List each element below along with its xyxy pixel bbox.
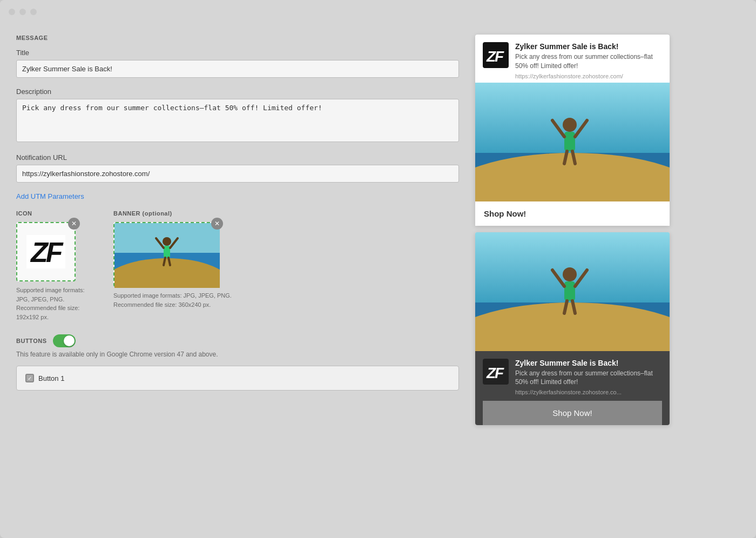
preview-banner-top [475, 83, 670, 201]
url-field-group: Notification URL [16, 153, 459, 183]
preview-url-top: https://zylkerfashionstore.zohostore.com… [515, 73, 662, 79]
preview-title-top: Zylker Summer Sale is Back! [515, 42, 662, 51]
description-field-group: Description Pick any dress from our summ… [16, 88, 459, 144]
preview-desc-top: Pick any dress from our summer collectio… [515, 52, 662, 71]
url-input[interactable] [16, 165, 459, 183]
banner-section-label: BANNER (optional) [113, 210, 238, 217]
buttons-feature-note: This feature is available only in Google… [16, 351, 459, 358]
svg-point-24 [563, 267, 577, 281]
svg-point-5 [163, 237, 171, 246]
banner-section: BANNER (optional) ✕ [113, 210, 238, 321]
preview-text-top: Zylker Summer Sale is Back! Pick any dre… [515, 42, 662, 79]
svg-text:ZF: ZF [30, 237, 64, 268]
window-dot-green [30, 9, 37, 15]
images-row: ICON ✕ ZF Supported image formats: JPG, … [16, 210, 459, 321]
preview-dark-header: ZF Zylker Summer Sale is Back! Pick any … [483, 359, 662, 396]
svg-point-23 [475, 302, 670, 351]
preview-shop-now-top: Shop Now! [475, 201, 670, 226]
button1-checkbox[interactable]: ✓ [25, 374, 34, 382]
title-input[interactable] [16, 60, 459, 78]
svg-rect-16 [564, 132, 575, 151]
buttons-section: BUTTONS This feature is available only i… [16, 334, 459, 391]
preview-text-bottom: Zylker Summer Sale is Back! Pick any dre… [515, 359, 662, 396]
message-section-label: MESSAGE [16, 35, 459, 41]
banner-image [114, 223, 220, 288]
button1-row: ✓ Button 1 [25, 374, 450, 382]
buttons-row: BUTTONS [16, 334, 459, 347]
titlebar [0, 0, 756, 24]
preview-banner-svg-top [475, 83, 670, 201]
svg-point-15 [563, 118, 577, 132]
right-panel: ZF Zylker Summer Sale is Back! Pick any … [475, 35, 670, 425]
button1-label: Button 1 [38, 374, 64, 382]
description-input[interactable]: Pick any dress from our summer collectio… [16, 99, 459, 142]
button1-box: ✓ Button 1 [16, 366, 459, 391]
preview-zf-logo-top: ZF [485, 46, 506, 64]
banner-upload-box[interactable]: ✕ [113, 222, 219, 287]
app-window: MESSAGE Title Description Pick any dress… [0, 0, 756, 538]
icon-remove-button[interactable]: ✕ [68, 218, 80, 230]
preview-card-bottom: ZF Zylker Summer Sale is Back! Pick any … [475, 232, 670, 426]
banner-remove-button[interactable]: ✕ [211, 218, 223, 230]
url-label: Notification URL [16, 153, 459, 162]
preview-header-top: ZF Zylker Summer Sale is Back! Pick any … [475, 35, 670, 83]
icon-hint: Supported image formats: JPG, JPEG, PNG.… [16, 286, 86, 321]
svg-text:ZF: ZF [486, 365, 504, 380]
preview-desc-bottom: Pick any dress from our summer collectio… [515, 369, 662, 387]
icon-section-label: ICON [16, 210, 86, 217]
preview-shop-now-button[interactable]: Shop Now! [483, 401, 662, 425]
svg-rect-25 [564, 281, 575, 301]
icon-upload-box[interactable]: ✕ ZF [16, 222, 76, 281]
toggle-knob [64, 335, 75, 346]
preview-title-bottom: Zylker Summer Sale is Back! [515, 359, 662, 367]
preview-banner-bottom [475, 232, 670, 351]
title-field-group: Title [16, 49, 459, 78]
preview-url-bottom: https://zylkerfashionstore.zohostore.co.… [515, 389, 662, 395]
preview-dark-footer: ZF Zylker Summer Sale is Back! Pick any … [475, 351, 670, 426]
preview-card-top: ZF Zylker Summer Sale is Back! Pick any … [475, 35, 670, 226]
title-label: Title [16, 49, 459, 57]
preview-banner-svg-bottom [475, 232, 670, 351]
left-panel: MESSAGE Title Description Pick any dress… [0, 35, 475, 425]
window-dot-red [9, 9, 15, 15]
checkbox-check-icon: ✓ [28, 375, 32, 381]
buttons-toggle[interactable] [53, 334, 76, 347]
icon-image: ZF [26, 235, 65, 268]
icon-section: ICON ✕ ZF Supported image formats: JPG, … [16, 210, 86, 321]
preview-icon-top: ZF [483, 42, 509, 68]
window-dot-yellow [19, 9, 26, 15]
svg-text:ZF: ZF [486, 48, 504, 64]
banner-hint: Supported image formats: JPG, JPEG, PNG.… [113, 291, 238, 309]
description-label: Description [16, 88, 459, 96]
preview-zf-logo-bottom: ZF [485, 363, 506, 380]
add-utm-link[interactable]: Add UTM Parameters [16, 192, 84, 200]
preview-icon-bottom: ZF [483, 359, 509, 385]
buttons-section-label: BUTTONS [16, 338, 46, 344]
svg-point-14 [475, 153, 670, 201]
